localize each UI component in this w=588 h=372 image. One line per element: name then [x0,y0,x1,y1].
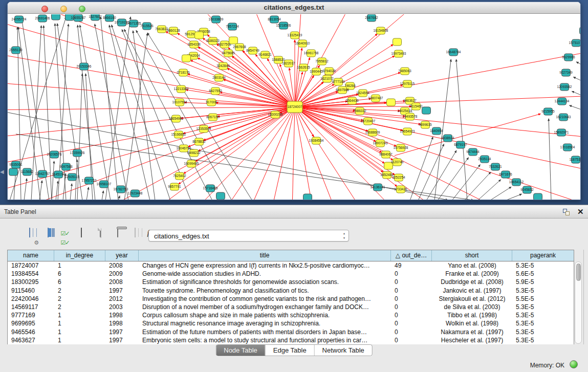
table-row[interactable]: 977716911998Corpus callosum shape and si… [8,311,574,319]
graph-node-label: 15751074 [569,41,581,45]
column-header-in_degree[interactable]: in_degree [54,250,105,261]
table-settings-icon[interactable]: ⚙ [23,228,37,244]
graph-node-label: 14671355 [126,21,141,25]
graph-node-label: 7857224 [226,25,239,28]
select-rows-check-icon[interactable]: ☑✓☑✓ [58,228,72,244]
column-header-title[interactable]: title [139,250,391,261]
graph-node-label: 13942757 [35,172,50,176]
table-cell: de Silva et al. (2003) [432,303,512,311]
table-cell: 5.3E-5 [512,287,574,295]
graph-node-label: 12923448 [128,191,143,195]
table-cell: Structural magnetic resonance image aver… [139,319,391,327]
column-header-pagerank[interactable]: pagerank [512,250,574,261]
graph-node[interactable] [229,37,238,44]
network-window-titlebar[interactable]: citations_edges.txt [8,2,580,14]
tab-network-table[interactable]: Network Table [315,345,372,356]
table-cell: 5.3E-5 [512,319,574,327]
tab-edge-table[interactable]: Edge Table [266,345,315,356]
column-header-out_de[interactable]: △ out_de… [391,250,432,261]
table-cell: 9463627 [8,336,54,344]
graph-node-label: 16648784 [446,50,461,54]
table-cell: 1997 [105,287,139,295]
network-canvas[interactable]: 2405572420691406106552871527602846616010… [8,14,580,200]
graph-node[interactable] [422,107,431,114]
table-panel-header[interactable]: Table Panel ✕ [0,205,588,218]
graph-node-label: 16099485 [184,162,199,165]
scrollbar-thumb[interactable] [576,264,581,281]
graph-node[interactable] [534,193,542,200]
table-row[interactable]: 2242004622012Investigating the contribut… [8,295,574,303]
graph-node-label: 9899635 [419,123,432,126]
graph-node[interactable] [195,32,204,39]
table-cell: 5.3E-5 [512,336,574,344]
graph-node-label: 9115460 [410,104,423,108]
table-cell: 2 [54,287,105,295]
vertical-scrollbar[interactable] [575,261,582,344]
graph-node-label: 10756928 [394,146,408,149]
graph-node-label: 2803144 [212,76,226,79]
table-row[interactable]: 946362711997Embryonic stem cells: a mode… [8,336,574,344]
graph-node-label: 12093582 [557,85,572,89]
close-icon[interactable]: ✕ [577,207,584,216]
graph-node-label: 1640954 [430,129,443,133]
graph-node-label: 7632621 [489,165,502,168]
table-row[interactable]: 969969511998Structural magnetic resonanc… [8,319,574,327]
table-row[interactable]: 1456911722003Disruption of a novel membe… [8,303,574,311]
graph-node[interactable] [303,194,312,200]
graph-node-label: 18907243 [373,141,388,145]
graph-node-label: 6497568 [336,88,349,92]
graph-node-label: 10973493 [391,52,406,55]
table-cell: 9777169 [8,311,54,319]
table-cell: 0 [391,328,432,336]
network-window[interactable]: citations_edges.txt 24055724206914061065… [7,2,581,200]
graph-node[interactable] [182,55,191,62]
panel-collapse-arrow-icon[interactable]: ◀ [0,169,4,174]
table-row[interactable]: 911546021997Tourette syndrome. Phenomeno… [8,287,574,295]
tab-node-table[interactable]: Node Table [216,345,266,356]
table-cell: 18300295 [8,278,54,286]
select-column-icon[interactable] [41,228,55,244]
table-row[interactable]: 1872400712008Changes of HCN gene express… [8,261,574,270]
graph-node-label: 9777169 [332,80,345,83]
delete-table-icon[interactable] [128,228,142,244]
row-height-icon[interactable] [74,228,89,244]
graph-node-label: 8813054 [268,17,281,21]
graph-node[interactable] [9,168,18,176]
graph-node-label: 18654982 [169,117,184,120]
graph-node-label: 1145194 [52,172,65,176]
table-selector-dropdown[interactable]: citations_edges.txt ▴▾ [148,230,349,242]
graph-node-label: 19493578 [403,115,418,118]
table-cell: 0 [391,311,432,319]
graph-node-label: 1654338 [187,42,201,46]
float-window-icon[interactable] [563,209,570,216]
column-header-name[interactable]: name [8,250,54,261]
table-tabs: Node TableEdge TableNetwork Table [215,344,373,356]
table-cell: 19384554 [8,270,54,278]
graph-node-label: 1187533 [570,158,581,161]
delete-trash-icon[interactable] [111,228,125,244]
graph-node-label: 1822017 [282,61,295,65]
table-cell: 1 [54,311,105,319]
table-cell: 0 [391,319,432,327]
new-file-icon[interactable] [93,228,107,244]
table-cell: Investigating the contribution of common… [139,295,391,303]
table-row[interactable]: 1830029562008Estimation of significance … [8,278,574,286]
graph-node[interactable] [216,192,225,200]
graph-node-label: 8466160 [103,16,116,19]
graph-node-label: 8938924 [441,136,454,140]
column-header-year[interactable]: year [105,250,139,261]
graph-node-label: 9474444 [466,150,480,154]
graph-node-label: 16961758 [304,51,319,55]
column-header-short[interactable]: short [432,250,512,261]
graph-node[interactable] [393,38,402,46]
graph-node[interactable] [52,14,60,20]
table-row[interactable]: 946554611997Estimation of the future num… [8,328,574,336]
table-cell: 2009 [105,270,139,278]
table-cell: 0 [391,336,432,344]
graph-node[interactable] [580,27,581,34]
graph-node-label: 24055724 [12,17,27,21]
table-row[interactable]: 1938455462009Genome-wide association stu… [8,270,574,278]
memory-status-indicator[interactable] [570,360,578,368]
table-cell: 5.6E-5 [512,270,574,278]
graph-node[interactable] [387,99,396,106]
